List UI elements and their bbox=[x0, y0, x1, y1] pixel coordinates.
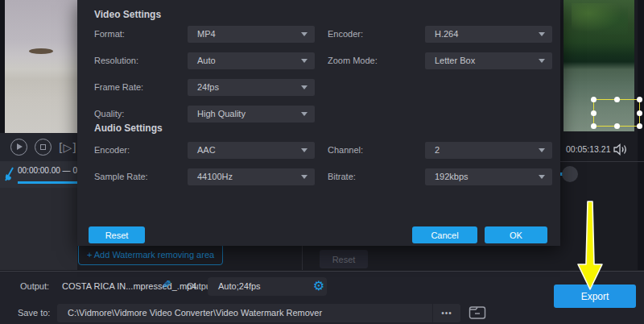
open-folder-button[interactable] bbox=[467, 304, 488, 322]
app-window: [▷] 00:00:00.00 — 00 bbox=[0, 0, 644, 324]
output-profile-value: Auto;24fps bbox=[218, 281, 261, 291]
selection-handle[interactable] bbox=[591, 110, 597, 116]
progress-bar[interactable] bbox=[18, 181, 77, 184]
chevron-down-icon bbox=[301, 32, 308, 36]
watermark-brush-icon bbox=[4, 166, 14, 185]
selection-handle[interactable] bbox=[591, 123, 597, 129]
stop-icon bbox=[40, 144, 46, 150]
current-time-range: 00:00:00.00 — 00 bbox=[18, 166, 77, 175]
cancel-button[interactable]: Cancel bbox=[412, 226, 477, 243]
watermark-selection-box[interactable] bbox=[593, 99, 640, 127]
frame-rate-dropdown[interactable]: 24fps bbox=[188, 79, 315, 96]
zoom-mode-dropdown[interactable]: Letter Box bbox=[425, 52, 552, 69]
save-to-label: Save to: bbox=[18, 308, 50, 318]
format-dropdown[interactable]: MP4 bbox=[188, 26, 315, 43]
duration-time: 00:05:13.21 bbox=[566, 144, 610, 154]
chevron-down-icon bbox=[301, 85, 308, 89]
chevron-down-icon bbox=[301, 175, 308, 179]
sample-rate-field: Sample Rate: 44100Hz bbox=[94, 168, 320, 186]
format-field: Format: MP4 bbox=[94, 26, 320, 44]
encoder-label: Encoder: bbox=[328, 29, 363, 39]
audio-encoder-dropdown[interactable]: AAC bbox=[188, 142, 315, 159]
play-button[interactable] bbox=[10, 139, 27, 156]
zoom-mode-label: Zoom Mode: bbox=[328, 56, 378, 65]
output-profile-field[interactable]: Auto;24fps ⚙ bbox=[208, 277, 327, 296]
selection-handle[interactable] bbox=[637, 123, 642, 129]
chevron-down-icon bbox=[301, 148, 308, 152]
mid-divider bbox=[302, 246, 303, 270]
bitrate-label: Bitrate: bbox=[328, 172, 356, 181]
selection-handle[interactable] bbox=[614, 123, 620, 129]
browse-folder-button[interactable]: ••• bbox=[433, 304, 460, 322]
frame-rate-field: Frame Rate: 24fps bbox=[94, 79, 320, 97]
audio-encoder-field: Encoder: AAC bbox=[94, 142, 320, 160]
selection-handle[interactable] bbox=[614, 97, 620, 102]
timeline-row: 00:00:00.00 — 00 bbox=[0, 161, 77, 188]
quality-field: Quality: High Quality bbox=[94, 106, 320, 123]
video-preview-original bbox=[5, 0, 77, 133]
jungle-detail bbox=[572, 3, 628, 35]
playback-controls: [▷] bbox=[0, 133, 77, 161]
quality-label: Quality: bbox=[94, 109, 124, 118]
add-watermark-area-button[interactable]: + Add Watermark removing area bbox=[78, 243, 223, 265]
encoder-dropdown[interactable]: H.264 bbox=[425, 26, 552, 43]
chevron-down-icon bbox=[539, 175, 545, 179]
left-player-panel: [▷] 00:00:00.00 — 00 bbox=[0, 0, 77, 270]
chevron-down-icon bbox=[539, 59, 545, 63]
format-label: Format: bbox=[94, 29, 125, 39]
zoom-mode-field: Zoom Mode: Letter Box bbox=[328, 52, 557, 70]
ok-button[interactable]: OK bbox=[485, 226, 547, 243]
video-preview-output bbox=[564, 0, 634, 131]
encoder-field: Encoder: H.264 bbox=[328, 26, 557, 44]
save-path-field[interactable]: C:\Vidmore\Vidmore Video Converter\Video… bbox=[57, 304, 432, 322]
channel-dropdown[interactable]: 2 bbox=[425, 142, 552, 159]
stop-button[interactable] bbox=[35, 139, 52, 156]
slider-knob[interactable] bbox=[562, 166, 578, 182]
chevron-down-icon bbox=[539, 32, 545, 36]
chevron-down-icon bbox=[301, 59, 308, 63]
export-button[interactable]: Export bbox=[554, 285, 636, 308]
play-icon bbox=[17, 143, 23, 150]
sample-rate-label: Sample Rate: bbox=[94, 172, 148, 181]
settings-gear-icon[interactable]: ⚙ bbox=[313, 278, 324, 293]
audio-settings-title: Audio Settings bbox=[94, 123, 163, 134]
video-settings-dialog: Video Settings Format: MP4 Encoder: H.26… bbox=[77, 0, 560, 246]
save-path-value: C:\Vidmore\Vidmore Video Converter\Video… bbox=[68, 308, 322, 318]
resolution-dropdown[interactable]: Auto bbox=[188, 52, 315, 69]
output-filename: COSTA RICA IN...mpressed_.mp4 bbox=[62, 281, 196, 291]
selection-handle[interactable] bbox=[591, 97, 597, 102]
resolution-field: Resolution: Auto bbox=[94, 52, 320, 70]
bottom-bar: Output: COSTA RICA IN...mpressed_.mp4 ✎ … bbox=[0, 271, 644, 324]
watermark-reset-button[interactable]: Reset bbox=[320, 250, 368, 268]
video-settings-title: Video Settings bbox=[94, 9, 161, 20]
chevron-down-icon bbox=[301, 112, 308, 116]
frame-preview-button[interactable]: [▷] bbox=[59, 141, 76, 154]
right-player-panel: 00:05:13.21 bbox=[560, 0, 644, 270]
edit-filename-icon[interactable]: ✎ bbox=[162, 278, 171, 291]
quality-dropdown[interactable]: High Quality bbox=[188, 106, 315, 123]
frame-rate-label: Frame Rate: bbox=[94, 82, 143, 92]
resolution-label: Resolution: bbox=[94, 56, 138, 65]
folder-icon bbox=[469, 305, 486, 320]
sample-rate-dropdown[interactable]: 44100Hz bbox=[188, 168, 315, 185]
left-panel-lower bbox=[0, 188, 77, 270]
selection-handle[interactable] bbox=[637, 97, 642, 102]
audio-encoder-label: Encoder: bbox=[94, 145, 130, 155]
bitrate-field: Bitrate: 192kbps bbox=[328, 168, 557, 186]
chevron-down-icon bbox=[539, 148, 545, 152]
speaker-icon[interactable] bbox=[613, 143, 628, 159]
panel-divider bbox=[560, 161, 644, 162]
channel-field: Channel: 2 bbox=[328, 142, 557, 160]
output-label: Output: bbox=[20, 281, 49, 291]
reset-button[interactable]: Reset bbox=[89, 226, 145, 243]
video-island-detail bbox=[29, 48, 53, 54]
bitrate-dropdown[interactable]: 192kbps bbox=[425, 168, 552, 185]
channel-label: Channel: bbox=[328, 145, 363, 155]
selection-handle[interactable] bbox=[637, 110, 642, 116]
